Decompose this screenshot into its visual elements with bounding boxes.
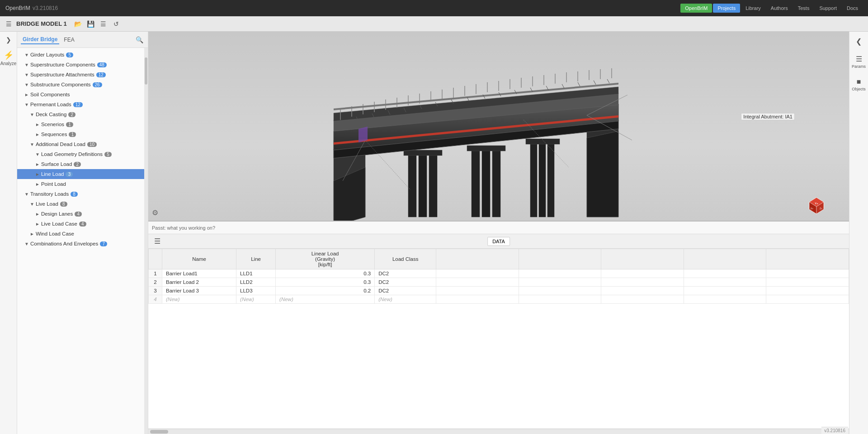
horizontal-scrollbar[interactable] — [148, 429, 849, 434]
tab-girder-bridge[interactable]: Girder Bridge — [21, 35, 59, 44]
viewport-canvas: Integral Abutment: IA1 ⚙ Y+ X+ Z+ — [148, 32, 849, 221]
tests-nav-btn[interactable]: Tests — [793, 4, 814, 13]
data-toolbar: ☰ DATA — [148, 234, 849, 249]
chat-text: Passt: what you working on? — [152, 225, 215, 231]
col-empty1 — [436, 249, 519, 269]
tree-item-load-geometry-definitions[interactable]: ▼ Load Geometry Definitions 5 — [17, 149, 148, 159]
projects-nav-btn[interactable]: Projects — [713, 4, 740, 13]
row-load[interactable]: 0.3 — [276, 278, 375, 287]
tree-item-superstructure-attachments[interactable]: ▼ Superstructure Attachments 12 — [17, 70, 148, 80]
tree-item-girder-layouts[interactable]: ▼ Girder Layouts 5 — [17, 50, 148, 60]
tree-search-icon[interactable]: 🔍 — [134, 35, 144, 45]
open-file-icon[interactable]: 📂 — [73, 19, 83, 29]
tree-item-substructure-components[interactable]: ▼ Substructure Components 26 — [17, 80, 148, 90]
row-load-new[interactable]: (New) — [276, 295, 375, 304]
row-line[interactable]: LLD2 — [236, 278, 276, 287]
expand-icon: ► — [35, 122, 40, 127]
row-line-new[interactable]: (New) — [236, 295, 276, 304]
tree-item-design-lanes[interactable]: ► Design Lanes 4 — [17, 209, 148, 219]
params-icon: ☰ — [856, 55, 862, 63]
tree-item-superstructure-components[interactable]: ▼ Superstructure Components 48 — [17, 60, 148, 70]
tree-item-sequences[interactable]: ► Sequences 1 — [17, 129, 148, 139]
tree-item-surface-load[interactable]: ► Surface Load 2 — [17, 159, 148, 169]
col-num — [149, 249, 162, 269]
tree-item-transitory-loads[interactable]: ▼ Transitory Loads 8 — [17, 189, 148, 199]
tree-item-soil-components[interactable]: ► Soil Components — [17, 90, 148, 99]
table-row[interactable]: 2 Barrier Load 2 LLD2 0.3 DC2 — [149, 278, 849, 287]
tree-scroll[interactable]: ▼ Girder Layouts 5 ▼ Superstructure Comp… — [17, 48, 148, 434]
params-button[interactable]: ☰ Params — [850, 53, 868, 71]
tree-item-live-load-case[interactable]: ► Live Load Case 4 — [17, 219, 148, 229]
expand-icon: ▼ — [30, 112, 34, 117]
col-empty5 — [766, 249, 849, 269]
collapse-arrow-icon[interactable]: ❯ — [2, 34, 15, 45]
analyze-button[interactable]: ⚡ Analyze — [2, 47, 15, 69]
expand-right-button[interactable]: ❮ — [850, 35, 868, 47]
col-empty4 — [684, 249, 766, 269]
expand-icon: ► — [35, 172, 40, 177]
library-nav-btn[interactable]: Library — [741, 4, 765, 13]
row-line[interactable]: LLD1 — [236, 269, 276, 278]
tree-item-deck-casting[interactable]: ▼ Deck Casting 2 — [17, 109, 148, 119]
tree-item-additional-dead-load[interactable]: ▼ Additional Dead Load 10 — [17, 139, 148, 149]
row-class[interactable]: DC2 — [375, 269, 436, 278]
col-line: Line — [236, 249, 276, 269]
support-nav-btn[interactable]: Support — [815, 4, 841, 13]
objects-button[interactable]: ■ Objects — [850, 76, 868, 93]
tab-fea[interactable]: FEA — [62, 36, 76, 44]
table-row[interactable]: 3 Barrier Load 3 LLD3 0.2 DC2 — [149, 287, 849, 295]
data-section: ☰ DATA Name Line Linear Load(Gravity)[ki… — [148, 234, 849, 434]
table-row[interactable]: 1 Barrier Load1 LLD1 0.3 DC2 — [149, 269, 849, 278]
tree-item-combinations-envelopes[interactable]: ▼ Combinations And Envelopes 7 — [17, 239, 148, 249]
row-name-new[interactable]: (New) — [162, 295, 236, 304]
svg-line-61 — [562, 84, 564, 88]
tree-header: Girder Bridge FEA 🔍 — [17, 32, 148, 48]
tree-item-point-load[interactable]: ► Point Load — [17, 179, 148, 189]
row-class-new[interactable]: (New) — [375, 295, 436, 304]
tree-item-line-load[interactable]: ► Line Load 3 — [17, 169, 148, 179]
docs-nav-btn[interactable]: Docs — [842, 4, 863, 13]
row-name[interactable]: Barrier Load 2 — [162, 278, 236, 287]
data-table-area[interactable]: Name Line Linear Load(Gravity)[kip/ft] L… — [148, 249, 849, 429]
tree-item-scenerios[interactable]: ► Scenerios 1 — [17, 119, 148, 129]
expand-icon: ▼ — [30, 202, 34, 207]
tree-scroll-thumb[interactable] — [145, 57, 147, 85]
svg-rect-12 — [530, 142, 537, 217]
save-icon[interactable]: 💾 — [86, 19, 96, 29]
tree-item-wind-load-case[interactable]: ► Wind Load Case — [17, 229, 148, 239]
undo-icon[interactable]: ↺ — [111, 19, 121, 29]
viewport: Integral Abutment: IA1 ⚙ Y+ X+ Z+ — [148, 32, 849, 222]
3d-view-cube[interactable]: Y+ X+ Z+ — [807, 196, 826, 217]
row-load[interactable]: 0.3 — [276, 269, 375, 278]
svg-rect-15 — [526, 139, 560, 144]
row-line[interactable]: LLD3 — [236, 287, 276, 295]
table-row-new[interactable]: 4 (New) (New) (New) (New) — [149, 295, 849, 304]
svg-rect-11 — [467, 146, 505, 151]
data-menu-icon[interactable]: ☰ — [152, 236, 163, 247]
col-linear-load: Linear Load(Gravity)[kip/ft] — [276, 249, 375, 269]
svg-rect-8 — [472, 149, 480, 217]
tree-item-permenant-loads[interactable]: ▼ Permenant Loads 12 — [17, 99, 148, 109]
expand-icon: ▼ — [24, 82, 29, 87]
col-empty3 — [601, 249, 684, 269]
row-class[interactable]: DC2 — [375, 287, 436, 295]
topbar: OpenBrIM v3.210816 OpenBrIM Projects Lib… — [0, 0, 868, 16]
params-label: Params — [852, 64, 866, 69]
row-name[interactable]: Barrier Load1 — [162, 269, 236, 278]
tree-item-live-load[interactable]: ▼ Live Load 8 — [17, 199, 148, 209]
list-icon[interactable]: ☰ — [99, 19, 108, 29]
openbrim-nav-btn[interactable]: OpenBrIM — [680, 4, 712, 13]
settings-gear-icon[interactable]: ⚙ — [152, 208, 158, 217]
hamburger-icon[interactable]: ☰ — [4, 19, 14, 29]
row-class[interactable]: DC2 — [375, 278, 436, 287]
expand-icon: ▼ — [24, 241, 29, 246]
expand-icon: ▼ — [24, 52, 29, 57]
scrollbar-thumb[interactable] — [150, 430, 168, 434]
row-load[interactable]: 0.2 — [276, 287, 375, 295]
data-tab-button[interactable]: DATA — [487, 237, 510, 246]
expand-icon: ► — [35, 182, 40, 187]
tree-scrollbar[interactable] — [144, 48, 148, 434]
col-load-class: Load Class — [375, 249, 436, 269]
row-name[interactable]: Barrier Load 3 — [162, 287, 236, 295]
authors-nav-btn[interactable]: Authors — [766, 4, 793, 13]
